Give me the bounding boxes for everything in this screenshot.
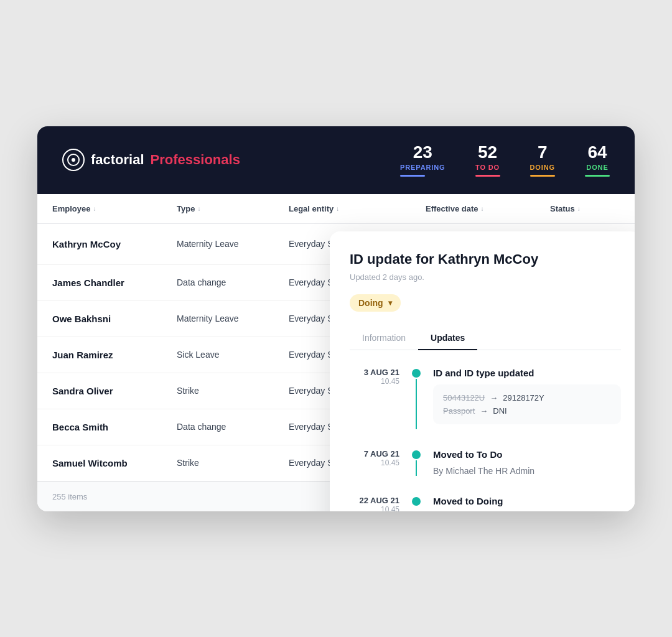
items-count: 255 items (52, 492, 87, 501)
timeline-event-2: Moved to Doing (433, 496, 621, 506)
timeline-date-1: 7 AUG 21 (350, 449, 399, 458)
tab-updates[interactable]: Updates (418, 327, 477, 350)
timeline-desc-1: By Michael The HR Admin (433, 466, 621, 476)
timeline-line-1 (416, 460, 417, 476)
old-id: 50443122U (443, 393, 485, 402)
stat-bar-doing (530, 175, 555, 177)
timeline-event-1: Moved to To Do (433, 449, 621, 460)
stat-todo: 52 TO DO (475, 144, 500, 177)
timeline-connector-1 (412, 449, 421, 476)
timeline-time-1: 10.45 (350, 458, 399, 467)
col-status[interactable]: Status ↓ (550, 204, 635, 213)
change-row-type: Passport → DNI (443, 406, 611, 416)
cell-type-1: Data change (177, 277, 289, 287)
stat-label-todo: TO DO (475, 164, 500, 171)
timeline-item-2: 22 AUG 21 10.45 Moved to Doing By Hellen… (350, 496, 621, 511)
tab-information[interactable]: Information (350, 327, 418, 350)
arrow-icon-2: → (480, 406, 488, 416)
timeline-item-0: 3 AUG 21 10.45 ID and ID type updated 50… (350, 368, 621, 429)
col-employee[interactable]: Employee ↓ (52, 204, 177, 213)
sort-icon-entity: ↓ (336, 205, 339, 212)
cell-employee-3: Juan Ramirez (52, 350, 177, 360)
timeline-item-1: 7 AUG 21 10.45 Moved to To Do By Michael… (350, 449, 621, 476)
status-dropdown[interactable]: Doing ▾ (350, 294, 401, 312)
logo-text-professionals: Professionals (151, 152, 240, 168)
panel-tabs: Information Updates (350, 327, 621, 350)
change-row-id: 50443122U → 29128172Y (443, 393, 611, 402)
panel-title: ID update for Kathryn McCoy (350, 251, 621, 267)
sort-icon-date: ↓ (481, 205, 484, 212)
arrow-icon: → (490, 393, 498, 402)
header: factorial Professionals 23 PREPARING 52 … (37, 126, 635, 194)
cell-employee-0: Kathryn McCoy (52, 239, 177, 249)
side-panel: ID update for Kathryn McCoy Updated 2 da… (330, 231, 635, 511)
timeline-content-1: Moved to To Do By Michael The HR Admin (433, 449, 621, 476)
sort-icon-status: ↓ (577, 205, 581, 212)
stat-number-todo: 52 (475, 144, 500, 161)
timeline-date-0: 3 AUG 21 (350, 368, 399, 377)
cell-type-3: Sick Leave (177, 350, 289, 360)
logo-text-factorial: factorial (91, 152, 144, 168)
stat-label-preparing: PREPARING (400, 164, 446, 171)
stat-done: 64 DONE (585, 144, 610, 177)
timeline-left-1: 7 AUG 21 10.45 (350, 449, 399, 476)
stat-bar-todo (475, 175, 500, 177)
cell-employee-6: Samuel Witcomb (52, 458, 177, 468)
stat-number-done: 64 (585, 144, 610, 161)
svg-point-2 (72, 158, 75, 162)
header-stats: 23 PREPARING 52 TO DO 7 DOING 64 DONE (400, 144, 610, 177)
stat-label-done: DONE (585, 164, 610, 171)
timeline-left-2: 22 AUG 21 10.45 (350, 496, 399, 511)
cell-employee-1: James Chandler (52, 277, 177, 288)
timeline-connector-2 (412, 496, 421, 511)
factorial-logo-icon (62, 149, 85, 171)
cell-employee-4: Sandra Oliver (52, 386, 177, 396)
stat-number-doing: 7 (530, 144, 555, 161)
cell-type-6: Strike (177, 458, 289, 468)
timeline-dot-2 (412, 497, 421, 506)
col-date[interactable]: Effective date ↓ (426, 204, 550, 213)
timeline: 3 AUG 21 10.45 ID and ID type updated 50… (350, 368, 621, 511)
timeline-time-2: 10.45 (350, 505, 399, 511)
panel-subtitle: Updated 2 days ago. (350, 272, 621, 282)
cell-employee-5: Becca Smith (52, 422, 177, 432)
stat-bar-preparing (400, 175, 425, 177)
timeline-dot-1 (412, 450, 421, 459)
timeline-left-0: 3 AUG 21 10.45 (350, 368, 399, 429)
cell-employee-2: Owe Bakhsni (52, 314, 177, 324)
cell-type-5: Data change (177, 422, 289, 432)
change-card-0: 50443122U → 29128172Y Passport → DNI (433, 384, 621, 424)
table-area: Employee ↓ Type ↓ Legal entity ↓ Effecti… (37, 194, 635, 511)
timeline-content-0: ID and ID type updated 50443122U → 29128… (433, 368, 621, 429)
stat-doing: 7 DOING (530, 144, 555, 177)
cell-type-2: Maternity Leave (177, 314, 289, 323)
timeline-connector-0 (412, 368, 421, 429)
sort-icon-employee: ↓ (93, 205, 96, 212)
timeline-date-2: 22 AUG 21 (350, 496, 399, 505)
stat-preparing: 23 PREPARING (400, 144, 446, 177)
cell-type-4: Strike (177, 386, 289, 396)
sort-icon-type: ↓ (197, 205, 200, 212)
status-doing-label: Doing (358, 298, 383, 308)
timeline-content-2: Moved to Doing By Hellen The Bookkeeper (433, 496, 621, 511)
timeline-event-0: ID and ID type updated (433, 368, 621, 378)
timeline-dot-0 (412, 369, 421, 378)
app-container: factorial Professionals 23 PREPARING 52 … (37, 126, 635, 511)
new-id: 29128172Y (503, 393, 544, 402)
stat-label-doing: DOING (530, 164, 555, 171)
stat-number-preparing: 23 (400, 144, 446, 161)
old-type: Passport (443, 406, 475, 416)
col-entity[interactable]: Legal entity ↓ (289, 204, 426, 213)
timeline-line-0 (416, 379, 417, 429)
col-type[interactable]: Type ↓ (177, 204, 289, 213)
chevron-down-icon: ▾ (388, 299, 392, 307)
cell-type-0: Maternity Leave (177, 239, 289, 249)
timeline-time-0: 10.45 (350, 377, 399, 386)
new-type: DNI (493, 406, 506, 416)
stat-bar-done (585, 175, 610, 177)
table-header: Employee ↓ Type ↓ Legal entity ↓ Effecti… (37, 194, 635, 224)
logo: factorial Professionals (62, 149, 240, 171)
